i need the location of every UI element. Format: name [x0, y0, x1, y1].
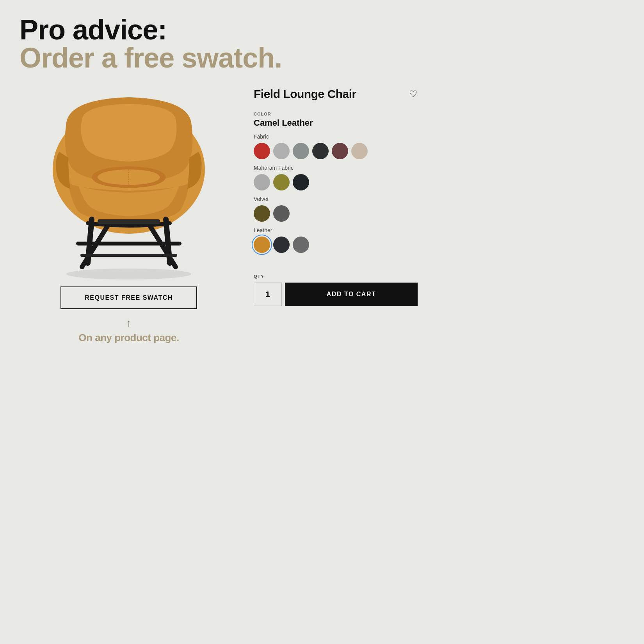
on-any-product-label: On any product page.	[78, 332, 179, 344]
fabric-swatches-row	[254, 143, 418, 159]
product-left: REQUEST FREE SWATCH ↑ On any product pag…	[12, 84, 246, 429]
product-title: Field Lounge Chair	[254, 87, 356, 101]
swatch-fabric-darknavy[interactable]	[312, 143, 329, 159]
request-swatch-button[interactable]: REQUEST FREE SWATCH	[60, 286, 197, 309]
leather-swatch-group: Leather	[254, 227, 418, 253]
swatch-fabric-bluegray[interactable]	[293, 143, 309, 159]
velvet-swatch-group: Velvet	[254, 196, 418, 222]
leather-label: Leather	[254, 227, 418, 233]
fabric-swatch-group: Fabric	[254, 133, 418, 159]
swatch-maharam-olive[interactable]	[273, 174, 290, 190]
arrow-up-icon: ↑	[126, 317, 132, 329]
leather-swatches-row	[254, 237, 418, 253]
quantity-stepper[interactable]: 1	[254, 283, 282, 306]
svg-rect-8	[98, 219, 160, 224]
headline-line1: Pro advice:	[20, 16, 410, 44]
header: Pro advice: Order a free swatch.	[0, 0, 429, 84]
wishlist-icon[interactable]: ♡	[409, 89, 418, 100]
color-section: COLOR Camel Leather Fabric	[254, 112, 418, 258]
velvet-swatches-row	[254, 205, 418, 222]
swatch-fabric-brown[interactable]	[332, 143, 348, 159]
product-right: Field Lounge Chair ♡ COLOR Camel Leather…	[254, 84, 418, 429]
maharam-swatches-row	[254, 174, 418, 190]
swatch-velvet-charcoal[interactable]	[273, 205, 290, 222]
swatch-fabric-red[interactable]	[254, 143, 270, 159]
svg-point-9	[66, 269, 191, 279]
product-title-row: Field Lounge Chair ♡	[254, 87, 418, 101]
swatch-fabric-gray[interactable]	[273, 143, 290, 159]
swatch-button-container: REQUEST FREE SWATCH ↑ On any product pag…	[60, 286, 197, 344]
swatch-fabric-tan[interactable]	[351, 143, 368, 159]
fabric-label: Fabric	[254, 133, 418, 140]
qty-label: QTY	[254, 274, 418, 279]
arrow-label-group: ↑ On any product page.	[78, 317, 179, 344]
chair-image	[31, 80, 226, 283]
swatch-maharam-lightgray[interactable]	[254, 174, 270, 190]
headline-line2: Order a free swatch.	[20, 44, 410, 72]
maharam-label: Maharam Fabric	[254, 165, 418, 171]
selected-color-name: Camel Leather	[254, 118, 418, 128]
velvet-label: Velvet	[254, 196, 418, 202]
swatch-velvet-darkolive[interactable]	[254, 205, 270, 222]
color-label: COLOR	[254, 112, 418, 116]
qty-cart-row: 1 ADD TO CART	[254, 283, 418, 306]
maharam-swatch-group: Maharam Fabric	[254, 165, 418, 190]
swatch-leather-camel[interactable]	[254, 237, 270, 253]
swatch-maharam-darkblue[interactable]	[293, 174, 309, 190]
swatch-leather-black[interactable]	[273, 237, 290, 253]
main-content: REQUEST FREE SWATCH ↑ On any product pag…	[0, 84, 429, 429]
swatch-leather-darkgray[interactable]	[293, 237, 309, 253]
page: Pro advice: Order a free swatch.	[0, 0, 429, 429]
qty-section: QTY 1 ADD TO CART	[254, 274, 418, 306]
add-to-cart-button[interactable]: ADD TO CART	[285, 283, 418, 306]
